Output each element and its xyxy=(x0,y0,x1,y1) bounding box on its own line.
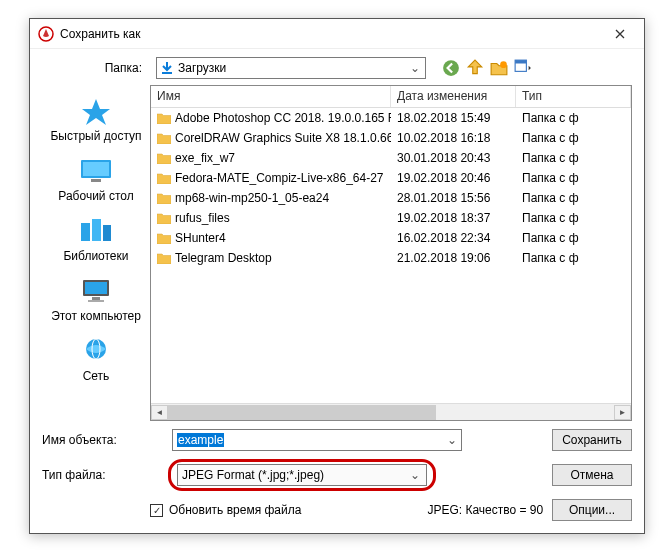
filetype-combo[interactable]: JPEG Format (*.jpg;*.jpeg) ⌄ xyxy=(177,464,427,486)
file-type: Папка с ф xyxy=(516,171,631,185)
file-name: SHunter4 xyxy=(175,231,226,245)
quick-access-icon xyxy=(78,95,114,127)
file-type: Папка с ф xyxy=(516,231,631,245)
table-row[interactable]: rufus_files19.02.2018 18:37Папка с ф xyxy=(151,208,631,228)
filetype-label: Тип файла: xyxy=(42,468,172,482)
column-header-type[interactable]: Тип xyxy=(516,86,631,107)
file-name: mp68-win-mp250-1_05-ea24 xyxy=(175,191,329,205)
svg-rect-15 xyxy=(88,300,104,302)
folder-icon xyxy=(157,232,171,244)
file-date: 21.02.2018 19:06 xyxy=(391,251,516,265)
jpeg-quality-label: JPEG: Качество = 90 xyxy=(427,503,543,517)
sidebar-label: Рабочий стол xyxy=(58,189,133,203)
libraries-icon xyxy=(78,215,114,247)
update-time-label: Обновить время файла xyxy=(169,503,301,517)
svg-rect-13 xyxy=(85,282,107,294)
folder-icon xyxy=(157,192,171,204)
sidebar-label: Библиотеки xyxy=(63,249,128,263)
svg-point-2 xyxy=(443,60,459,76)
table-row[interactable]: Fedora-MATE_Compiz-Live-x86_64-2719.02.2… xyxy=(151,168,631,188)
file-name: CorelDRAW Graphics Suite X8 18.1.0.661 xyxy=(175,131,391,145)
new-folder-icon[interactable] xyxy=(490,59,508,77)
folder-icon xyxy=(157,252,171,264)
folder-value: Загрузки xyxy=(178,61,404,75)
up-icon[interactable] xyxy=(466,59,484,77)
svg-rect-11 xyxy=(103,225,111,241)
svg-rect-1 xyxy=(162,72,172,74)
file-name: Fedora-MATE_Compiz-Live-x86_64-27 xyxy=(175,171,384,185)
folder-icon xyxy=(157,112,171,124)
table-row[interactable]: mp68-win-mp250-1_05-ea2428.01.2018 15:56… xyxy=(151,188,631,208)
scroll-thumb[interactable] xyxy=(168,405,436,420)
file-list-header: Имя Дата изменения Тип xyxy=(151,86,631,108)
scroll-track[interactable] xyxy=(168,405,614,420)
sidebar-item-quick-access[interactable]: Быстрый доступ xyxy=(42,91,150,147)
file-name: exe_fix_w7 xyxy=(175,151,235,165)
file-type: Папка с ф xyxy=(516,211,631,225)
svg-rect-9 xyxy=(81,223,90,241)
table-row[interactable]: Telegram Desktop21.02.2018 19:06Папка с … xyxy=(151,248,631,268)
network-icon xyxy=(78,335,114,367)
table-row[interactable]: exe_fix_w730.01.2018 20:43Папка с ф xyxy=(151,148,631,168)
column-header-name[interactable]: Имя xyxy=(151,86,391,107)
sidebar-label: Быстрый доступ xyxy=(50,129,141,143)
sidebar-item-this-pc[interactable]: Этот компьютер xyxy=(42,271,150,327)
file-date: 10.02.2018 16:18 xyxy=(391,131,516,145)
folder-toolbar: Папка: Загрузки ⌄ xyxy=(30,49,644,85)
nav-tool-icons xyxy=(442,59,532,77)
highlight-annotation: JPEG Format (*.jpg;*.jpeg) ⌄ xyxy=(168,459,436,491)
chevron-down-icon: ⌄ xyxy=(447,433,457,447)
svg-rect-14 xyxy=(92,297,100,300)
filetype-value: JPEG Format (*.jpg;*.jpeg) xyxy=(182,468,324,482)
file-type: Папка с ф xyxy=(516,251,631,265)
svg-rect-10 xyxy=(92,219,101,241)
column-header-date[interactable]: Дата изменения xyxy=(391,86,516,107)
svg-point-3 xyxy=(500,61,507,68)
places-sidebar: Быстрый доступ Рабочий стол Библиотеки Э… xyxy=(42,85,150,421)
sidebar-item-libraries[interactable]: Библиотеки xyxy=(42,211,150,267)
titlebar: Сохранить как xyxy=(30,19,644,49)
update-time-checkbox[interactable]: ✓ xyxy=(150,504,163,517)
svg-rect-7 xyxy=(83,162,109,176)
desktop-icon xyxy=(78,155,114,187)
window-title: Сохранить как xyxy=(60,27,597,41)
sidebar-item-network[interactable]: Сеть xyxy=(42,331,150,387)
file-name: Adobe Photoshop CC 2018. 19.0.0.165 RePa… xyxy=(175,111,391,125)
folder-label: Папка: xyxy=(42,61,150,75)
file-date: 19.02.2018 20:46 xyxy=(391,171,516,185)
scroll-right-icon[interactable]: ► xyxy=(614,405,631,420)
chevron-down-icon: ⌄ xyxy=(410,468,420,482)
downloads-icon xyxy=(160,61,174,75)
file-name: rufus_files xyxy=(175,211,230,225)
filename-label: Имя объекта: xyxy=(42,433,172,447)
file-type: Папка с ф xyxy=(516,191,631,205)
file-date: 16.02.2018 22:34 xyxy=(391,231,516,245)
options-button[interactable]: Опции... xyxy=(552,499,632,521)
file-type: Папка с ф xyxy=(516,111,631,125)
horizontal-scrollbar[interactable]: ◄ ► xyxy=(151,403,631,420)
close-button[interactable] xyxy=(597,20,642,48)
file-date: 19.02.2018 18:37 xyxy=(391,211,516,225)
computer-icon xyxy=(78,275,114,307)
file-type: Папка с ф xyxy=(516,151,631,165)
table-row[interactable]: CorelDRAW Graphics Suite X8 18.1.0.66110… xyxy=(151,128,631,148)
file-name: Telegram Desktop xyxy=(175,251,272,265)
folder-combo[interactable]: Загрузки ⌄ xyxy=(156,57,426,79)
table-row[interactable]: SHunter416.02.2018 22:34Папка с ф xyxy=(151,228,631,248)
folder-icon xyxy=(157,172,171,184)
back-icon[interactable] xyxy=(442,59,460,77)
cancel-button[interactable]: Отмена xyxy=(552,464,632,486)
save-as-dialog: Сохранить как Папка: Загрузки ⌄ Быстрый … xyxy=(29,18,645,534)
folder-icon xyxy=(157,212,171,224)
filename-input[interactable]: example ⌄ xyxy=(172,429,462,451)
view-menu-icon[interactable] xyxy=(514,59,532,77)
filename-value: example xyxy=(177,433,224,447)
save-button[interactable]: Сохранить xyxy=(552,429,632,451)
folder-icon xyxy=(157,152,171,164)
scroll-left-icon[interactable]: ◄ xyxy=(151,405,168,420)
file-date: 30.01.2018 20:43 xyxy=(391,151,516,165)
svg-rect-5 xyxy=(515,60,526,63)
sidebar-item-desktop[interactable]: Рабочий стол xyxy=(42,151,150,207)
table-row[interactable]: Adobe Photoshop CC 2018. 19.0.0.165 RePa… xyxy=(151,108,631,128)
svg-rect-8 xyxy=(91,179,101,182)
